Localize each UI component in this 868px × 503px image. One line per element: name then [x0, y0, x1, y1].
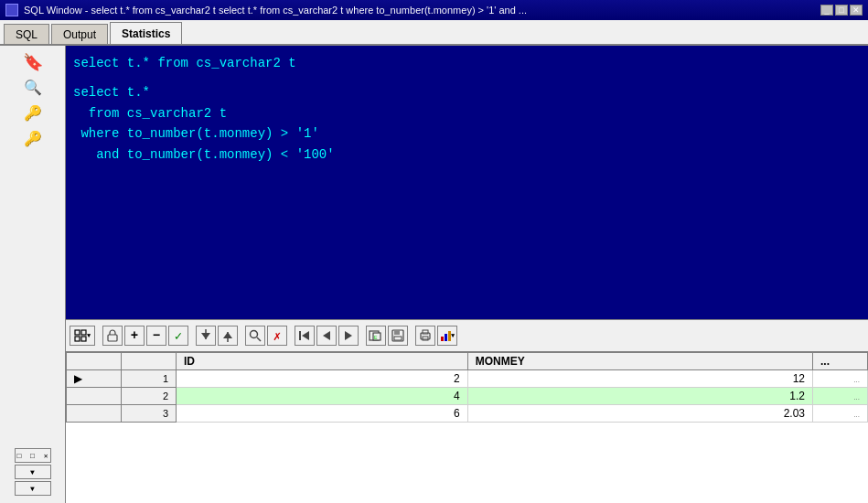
print-icon: [419, 329, 432, 342]
nav-first-btn[interactable]: [295, 326, 315, 346]
svg-rect-3: [81, 337, 86, 341]
cancel-btn[interactable]: ✗: [267, 326, 287, 346]
data-grid[interactable]: ID MONMEY ... ▶ 1 2 12 ...: [66, 352, 868, 503]
svg-rect-11: [299, 331, 301, 340]
svg-marker-13: [323, 331, 330, 340]
svg-rect-20: [394, 337, 402, 340]
col-rownum-header: [122, 353, 177, 370]
window-control-1[interactable]: □□✕: [15, 448, 51, 463]
cell-ellipsis-2[interactable]: ...: [813, 388, 868, 405]
col-indicator-header: [67, 353, 122, 370]
row-indicator-2: [67, 388, 122, 405]
nav-prev-btn[interactable]: [316, 326, 337, 346]
svg-rect-19: [394, 330, 400, 335]
sql-line-2: from cs_varchar2 t: [73, 103, 861, 123]
bookmark-icon[interactable]: 🔖: [22, 51, 44, 73]
tab-sql[interactable]: SQL: [4, 24, 49, 44]
bottom-toolbar: ▼ + − ✓: [66, 319, 868, 352]
cell-monmey-3: 2.03: [467, 405, 812, 423]
search-btn[interactable]: [245, 326, 265, 346]
close-button[interactable]: ✕: [850, 5, 863, 16]
print-btn[interactable]: [415, 326, 435, 346]
col-actions-header: ...: [813, 353, 868, 370]
cell-monmey-1: 12: [467, 370, 812, 388]
results-table: ID MONMEY ... ▶ 1 2 12 ...: [66, 352, 868, 423]
tab-output[interactable]: Output: [51, 24, 108, 44]
nav-next-btn[interactable]: [338, 326, 359, 346]
sql-line-1: select t.*: [73, 82, 861, 102]
svg-rect-25: [445, 334, 447, 341]
svg-line-10: [257, 337, 261, 341]
cell-id-2: 4: [177, 388, 468, 405]
search-icon-toolbar: [249, 329, 262, 342]
sql-line-3: where to_number(t.monmey) > '1': [73, 123, 861, 144]
svg-text:E: E: [374, 335, 378, 341]
nav-prev-icon: [320, 329, 333, 342]
row-number-2: 2: [122, 388, 177, 405]
lock-btn[interactable]: [102, 326, 123, 346]
svg-point-9: [251, 331, 258, 338]
svg-marker-14: [345, 331, 352, 340]
main-body: select t.* from cs_varchar2 t select t.*…: [66, 46, 868, 503]
left-panel: 🔖 🔍 🔑 🔑 □□✕ ▼ ▼: [0, 46, 66, 503]
save-btn[interactable]: [388, 326, 408, 346]
cell-ellipsis-3[interactable]: ...: [813, 405, 868, 423]
svg-rect-1: [81, 330, 86, 335]
svg-rect-4: [108, 335, 117, 341]
nav-next-icon: [342, 329, 355, 342]
sql-line-4: and to_number(t.monmey) < '100': [73, 144, 861, 165]
cell-monmey-2: 1.2: [467, 388, 812, 405]
scroll-up-btn-left[interactable]: ▼: [15, 481, 51, 496]
move-down-icon: [199, 329, 212, 342]
row-number-1: 1: [122, 370, 177, 388]
tab-bar: SQL Output Statistics: [0, 20, 868, 46]
col-id-header[interactable]: ID: [177, 353, 468, 370]
cell-id-3: 6: [177, 405, 468, 423]
maximize-button[interactable]: □: [835, 5, 848, 16]
add-btn[interactable]: +: [124, 326, 145, 346]
content-area: 🔖 🔍 🔑 🔑 □□✕ ▼ ▼ select t.* from cs: [0, 46, 868, 503]
remove-btn[interactable]: −: [146, 326, 166, 346]
svg-rect-0: [75, 330, 80, 335]
scroll-down-btn-left[interactable]: ▼: [15, 465, 51, 479]
svg-rect-24: [441, 337, 444, 341]
key-icon-1[interactable]: 🔑: [22, 102, 44, 124]
svg-rect-2: [75, 337, 80, 341]
key-icon-2[interactable]: 🔑: [22, 128, 44, 150]
cell-id-1: 2: [177, 370, 468, 388]
search-icon-left[interactable]: 🔍: [22, 77, 44, 99]
main-window: SQL Window - select t.* from cs_varchar2…: [0, 0, 868, 503]
col-monmey-header[interactable]: MONMEY: [467, 353, 812, 370]
tab-statistics[interactable]: Statistics: [110, 22, 182, 44]
grid-icon-btn[interactable]: ▼: [70, 326, 95, 346]
grid-icon: [74, 329, 87, 342]
cell-ellipsis-1[interactable]: ...: [813, 370, 868, 388]
nav-first-icon: [298, 329, 311, 342]
move-up-btn[interactable]: [218, 326, 238, 346]
sql-first-line: select t.* from cs_varchar2 t: [73, 53, 861, 73]
row-indicator-3: [67, 405, 122, 423]
save-icon: [391, 329, 404, 342]
confirm-btn[interactable]: ✓: [168, 326, 188, 346]
table-row[interactable]: ▶ 1 2 12 ...: [67, 370, 868, 388]
table-row[interactable]: 3 6 2.03 ...: [67, 405, 868, 423]
app-icon: [5, 4, 18, 16]
title-bar: SQL Window - select t.* from cs_varchar2…: [0, 0, 868, 20]
chart-dropdown-arrow: ▼: [451, 332, 455, 339]
title-text: SQL Window - select t.* from cs_varchar2…: [24, 5, 527, 16]
move-down-btn[interactable]: [196, 326, 216, 346]
sql-editor[interactable]: select t.* from cs_varchar2 t select t.*…: [66, 46, 868, 319]
svg-marker-12: [302, 331, 309, 340]
chart-btn[interactable]: ▼: [437, 326, 457, 346]
export-btn[interactable]: E: [366, 326, 386, 346]
row-current-indicator: ▶: [67, 370, 122, 388]
lock-icon: [107, 329, 118, 342]
row-number-3: 3: [122, 405, 177, 423]
minimize-button[interactable]: _: [820, 5, 833, 16]
table-row[interactable]: 2 4 1.2 ...: [67, 388, 868, 405]
export-icon: E: [369, 329, 383, 342]
move-up-icon: [221, 329, 234, 342]
dropdown-arrow: ▼: [87, 332, 91, 339]
